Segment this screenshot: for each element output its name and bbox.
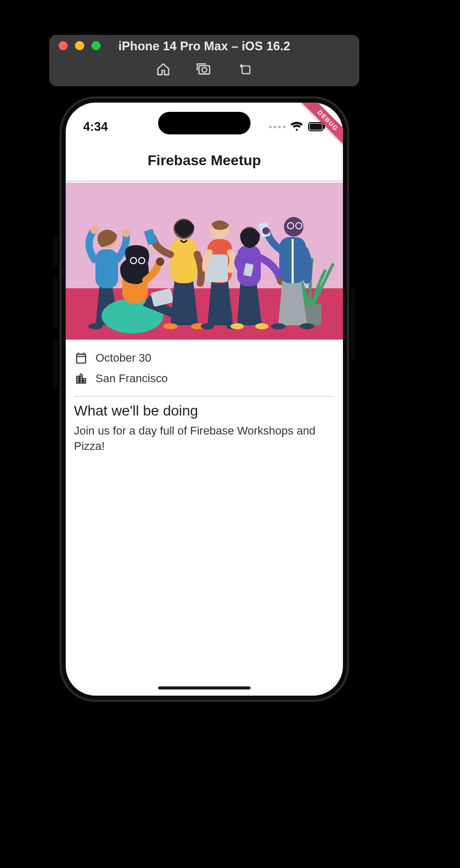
rotate-icon[interactable] (238, 62, 253, 77)
svg-rect-2 (242, 66, 250, 74)
location-icon (74, 371, 88, 386)
svg-point-9 (90, 226, 99, 234)
svg-rect-7 (95, 249, 118, 288)
svg-rect-4 (310, 124, 322, 130)
svg-point-11 (88, 323, 103, 329)
svg-point-19 (156, 258, 164, 266)
device-screen: DEBUG 4:34 Firebase Meetup (66, 103, 343, 696)
svg-rect-23 (170, 239, 197, 283)
event-location-row: San Francisco (74, 368, 335, 389)
app-bar: Firebase Meetup (66, 141, 343, 182)
svg-rect-24 (144, 229, 157, 245)
svg-point-31 (231, 323, 244, 329)
section-body: Join us for a day full of Firebase Works… (74, 423, 335, 453)
app-title: Firebase Meetup (148, 152, 261, 169)
svg-point-1 (202, 68, 206, 72)
section-heading: What we'll be doing (74, 403, 335, 419)
svg-rect-20 (150, 288, 174, 307)
svg-point-37 (271, 323, 285, 329)
calendar-icon (74, 351, 88, 365)
status-time: 4:34 (83, 120, 108, 134)
dynamic-island (158, 112, 251, 134)
wifi-icon (291, 122, 303, 132)
screenshot-icon[interactable] (197, 62, 212, 77)
event-location: San Francisco (95, 372, 168, 385)
device-frame: DEBUG 4:34 Firebase Meetup (60, 96, 349, 702)
svg-point-26 (201, 323, 214, 329)
event-date-row: October 30 (74, 348, 335, 368)
svg-point-38 (300, 323, 314, 329)
svg-point-21 (163, 323, 178, 329)
phone-power-button (351, 287, 355, 359)
window-title: iPhone 14 Pro Max – iOS 16.2 (49, 39, 359, 53)
phone-volume-down (53, 339, 57, 390)
svg-point-10 (122, 229, 130, 237)
phone-volume-up (53, 277, 57, 328)
hero-image (66, 183, 343, 340)
svg-point-32 (255, 323, 269, 329)
event-details: October 30 San Francisco What we'll be d… (74, 348, 335, 453)
cellular-icon (269, 126, 285, 128)
simulator-titlebar: iPhone 14 Pro Max – iOS 16.2 (49, 35, 359, 86)
phone-mute-switch (53, 236, 57, 267)
svg-point-44 (262, 227, 270, 234)
home-icon[interactable] (156, 62, 171, 77)
divider (74, 396, 335, 397)
home-indicator[interactable] (158, 686, 251, 689)
event-date: October 30 (95, 351, 151, 365)
